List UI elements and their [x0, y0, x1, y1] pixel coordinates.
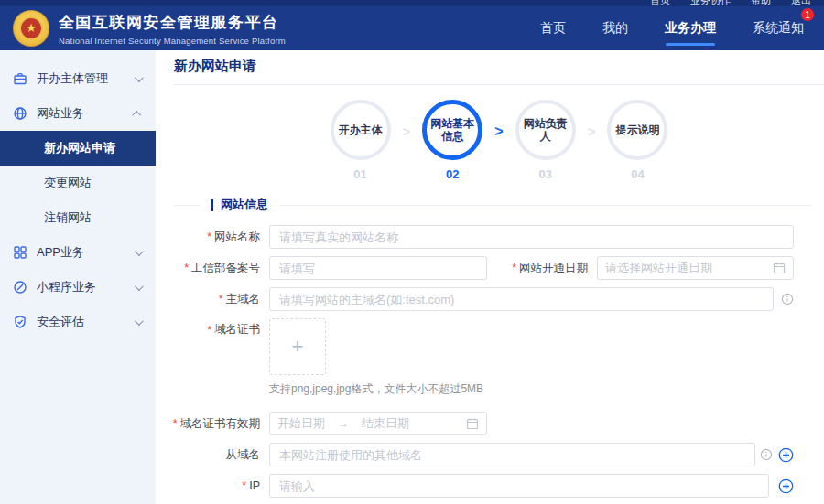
app-window: 首页 业务协作 帮助 退出 ★ 全国互联网安全管理服务平台 National I… — [0, 0, 824, 504]
section-title-bar — [211, 199, 213, 211]
add-ip-button[interactable] — [778, 478, 794, 494]
platform-subtitle: National Internet Security Management Se… — [59, 36, 286, 46]
nav-notifications-label: 系统通知 — [753, 20, 804, 35]
shield-check-icon — [13, 315, 27, 329]
upload-tip: 支持png,jpeg,jpg格式，文件大小不超过5MB — [269, 381, 483, 397]
globe-icon — [13, 106, 27, 121]
field-label: 主域名 — [226, 292, 261, 307]
ip-input[interactable] — [269, 474, 769, 498]
domain-cert-upload[interactable]: + — [269, 318, 326, 375]
chevron-down-icon — [135, 73, 144, 82]
step-arrow-icon: > — [494, 123, 503, 140]
sidebar-item-label: 小程序业务 — [37, 279, 96, 295]
info-icon[interactable] — [781, 293, 794, 306]
chevron-down-icon — [135, 282, 144, 291]
required-star — [207, 231, 214, 243]
end-date-placeholder: 结束日期 — [362, 415, 409, 432]
sidebar-item-website-business[interactable]: 网站业务 — [0, 96, 156, 131]
form-row-site-name: 网站名称 — [174, 225, 794, 249]
sidebar-item-label: 安全评估 — [37, 314, 84, 330]
add-sub-domain-button[interactable] — [778, 447, 794, 463]
step-website-basic-info: 网站基本信息 02 — [422, 100, 482, 181]
form-row-domain-cert: 域名证书 + 支持png,jpeg,jpg格式，文件大小不超过5MB — [174, 318, 794, 397]
nav-notifications[interactable]: 系统通知 1 — [753, 16, 804, 40]
chevron-down-icon — [135, 247, 144, 256]
notification-badge: 1 — [801, 8, 814, 21]
field-label: 工信部备案号 — [191, 261, 260, 276]
sidebar-item-security-assessment[interactable]: 安全评估 — [0, 305, 156, 339]
sidebar-item-app-business[interactable]: APP业务 — [0, 235, 156, 270]
field-label: 域名证书有效期 — [180, 416, 261, 432]
upload-plus-icon: + — [292, 337, 304, 357]
required-star — [219, 293, 226, 306]
sub-domain-input[interactable] — [269, 443, 755, 466]
required-star — [207, 324, 214, 337]
main-nav: 首页 我的 业务办理 系统通知 1 — [540, 16, 811, 40]
police-badge-logo: ★ — [13, 10, 49, 47]
briefcase-icon — [13, 71, 27, 86]
nav-home[interactable]: 首页 — [540, 16, 566, 40]
sidebar-item-miniprogram-business[interactable]: 小程序业务 — [0, 270, 156, 305]
field-label: 网站开通日期 — [519, 261, 588, 276]
section-title: 网站信息 — [221, 197, 268, 213]
step-arrow-icon: > — [588, 123, 596, 139]
required-star — [184, 262, 191, 274]
emblem-star-icon: ★ — [19, 16, 43, 40]
app-header: 首页 业务协作 帮助 退出 ★ 全国互联网安全管理服务平台 National I… — [0, 0, 824, 50]
range-arrow-icon: → — [338, 417, 349, 430]
field-label: 网站名称 — [214, 230, 260, 245]
nav-business[interactable]: 业务办理 — [665, 16, 716, 40]
chevron-up-icon — [132, 110, 141, 119]
start-date-placeholder: 开始日期 — [277, 415, 325, 432]
title-divider — [174, 84, 824, 85]
cert-validity-range-picker[interactable]: 开始日期 → 结束日期 — [269, 412, 487, 435]
step-arrow-icon: > — [403, 123, 411, 139]
website-info-form: 网站名称 工信部备案号 网站开通日期 请选择网站开通日期 — [174, 225, 794, 504]
form-row-icp-and-date: 工信部备案号 网站开通日期 请选择网站开通日期 — [174, 256, 794, 280]
calendar-icon — [773, 262, 786, 274]
sidebar-item-cancel-website[interactable]: 注销网站 — [0, 200, 156, 235]
field-label: 域名证书 — [214, 322, 260, 338]
open-date-picker[interactable]: 请选择网站开通日期 — [597, 256, 794, 280]
sidebar-item-new-website-application[interactable]: 新办网站申请 — [0, 131, 156, 166]
page-title: 新办网站申请 — [174, 58, 824, 84]
field-label: 从域名 — [226, 447, 261, 463]
platform-title: 全国互联网安全管理服务平台 — [59, 12, 286, 33]
step-circle: 网站负责人 — [515, 100, 576, 160]
main-content: 新办网站申请 开办主体 01 > 网站基本信息 02 > 网站负责人 03 > — [156, 50, 824, 504]
sidebar-item-change-website[interactable]: 变更网站 — [0, 166, 156, 200]
field-label: IP — [249, 479, 260, 492]
miniprogram-icon — [13, 280, 27, 295]
nav-mine[interactable]: 我的 — [602, 16, 628, 40]
form-row-ip: IP — [174, 474, 794, 498]
grid-icon — [13, 245, 27, 260]
required-star — [242, 479, 249, 492]
sidebar-item-entity-management[interactable]: 开办主体管理 — [0, 61, 156, 96]
step-number: 01 — [353, 167, 366, 181]
form-row-cert-validity: 域名证书有效期 开始日期 → 结束日期 — [174, 412, 794, 435]
site-name-input[interactable] — [269, 225, 794, 249]
sidebar-item-label: APP业务 — [37, 244, 84, 261]
section-divider: 网站信息 — [174, 198, 812, 212]
form-row-sub-domain: 从域名 — [174, 443, 794, 466]
required-star — [173, 417, 180, 430]
sidebar-item-label: 网站业务 — [37, 105, 84, 122]
main-domain-input[interactable] — [269, 287, 774, 311]
brand: ★ 全国互联网安全管理服务平台 National Internet Securi… — [13, 10, 286, 47]
step-number: 02 — [446, 167, 459, 181]
required-star — [512, 262, 519, 274]
step-website-manager: 网站负责人 03 — [515, 100, 576, 181]
utility-topbar-clipped: 首页 业务协作 帮助 退出 — [0, 0, 824, 6]
sidebar-item-label: 开办主体管理 — [37, 70, 108, 87]
step-circle: 开办主体 — [331, 100, 391, 160]
step-circle: 提示说明 — [607, 100, 667, 160]
step-circle: 网站基本信息 — [422, 100, 482, 160]
icp-number-input[interactable] — [269, 256, 487, 280]
calendar-icon — [466, 417, 479, 430]
info-icon[interactable] — [760, 448, 773, 461]
step-instructions: 提示说明 04 — [607, 100, 667, 181]
sidebar: 开办主体管理 网站业务 新办网站申请 变更网站 注销网站 APP业务 — [0, 50, 156, 504]
step-number: 04 — [631, 167, 644, 181]
date-placeholder: 请选择网站开通日期 — [605, 260, 712, 276]
form-row-main-domain: 主域名 — [174, 287, 794, 311]
